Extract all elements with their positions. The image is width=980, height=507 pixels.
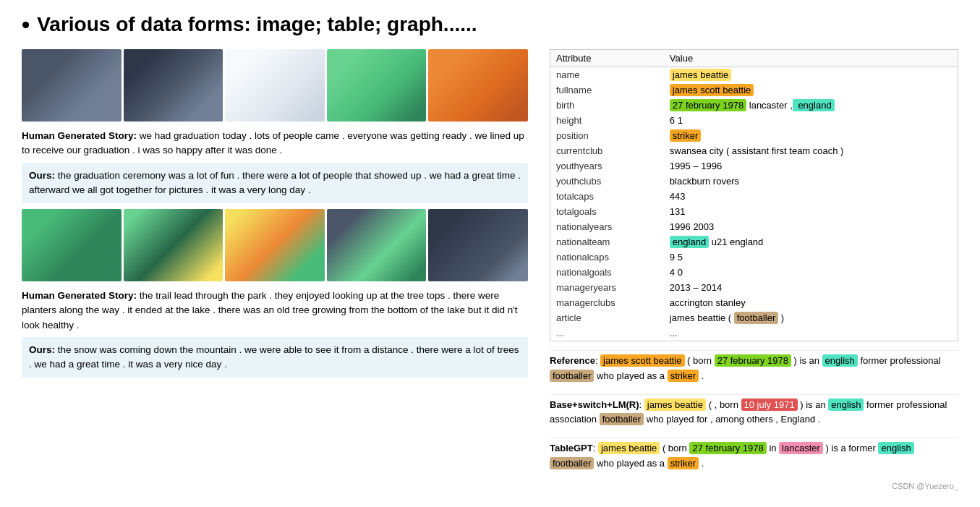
table-row: youthclubsblackburn rovers bbox=[550, 174, 958, 189]
table-cell-attr: totalgoals bbox=[550, 204, 664, 219]
table-cell-value: 443 bbox=[664, 189, 958, 204]
graduation-image-5 bbox=[428, 49, 528, 122]
text-span: ) is an bbox=[798, 399, 829, 410]
table-row: birth27 february 1978 lancaster , englan… bbox=[550, 98, 958, 113]
park-image-1 bbox=[22, 209, 122, 281]
highlight-span: 27 february 1978 bbox=[715, 354, 791, 367]
highlight-span: english bbox=[828, 399, 864, 411]
page: • Various of data forms: image; table; g… bbox=[0, 0, 980, 507]
table-row: nationalteamengland u21 england bbox=[550, 234, 958, 250]
highlight-span: 27 february 1978 bbox=[689, 442, 766, 454]
highlight-span: james scott beattie bbox=[670, 84, 754, 96]
graduation-image-row bbox=[22, 49, 528, 122]
table-row: youthyears1995 – 1996 bbox=[550, 158, 958, 174]
right-panel: Attribute Value namejames beattiefullnam… bbox=[550, 49, 958, 490]
table-row: nationalgoals4 0 bbox=[550, 265, 958, 280]
park-image-4 bbox=[327, 209, 427, 281]
base-block: Base+switch+LM(R): james beattie ( , bor… bbox=[550, 394, 958, 431]
table-row: nationalyears1996 2003 bbox=[550, 219, 958, 234]
table-cell-attr: fullname bbox=[550, 82, 664, 98]
text-span: : bbox=[593, 443, 598, 453]
story1-ours: Ours: the graduation ceremony was a lot … bbox=[22, 163, 528, 204]
graduation-image-2 bbox=[124, 49, 223, 122]
table-cell-value: ... bbox=[664, 325, 958, 341]
highlight-span: james beattie bbox=[670, 69, 731, 81]
table-row: managerclubsaccrington stanley bbox=[550, 295, 958, 310]
highlight-span: footballer bbox=[550, 370, 594, 382]
text-span: . bbox=[699, 370, 704, 381]
table-row: fullnamejames scott beattie bbox=[550, 82, 958, 98]
table-cell-attr: article bbox=[550, 310, 664, 325]
table-cell-attr: manageryears bbox=[550, 280, 664, 295]
table-cell-value: 6 1 bbox=[664, 113, 958, 128]
text-span: ( , born bbox=[706, 399, 741, 410]
table-row: positionstriker bbox=[550, 128, 958, 143]
table-cell-attr: managerclubs bbox=[550, 295, 664, 310]
reference-block: Reference: james scott beattie ( born 27… bbox=[550, 350, 958, 387]
table-cell-value: 1996 2003 bbox=[664, 219, 958, 234]
highlight-span: footballer bbox=[600, 413, 644, 425]
highlight-span: james beattie bbox=[598, 442, 660, 454]
story2-ours-text: the snow was coming down the mountain . … bbox=[29, 344, 519, 370]
watermark: CSDN @Yuezero_ bbox=[550, 482, 958, 490]
bullet-icon: • bbox=[22, 13, 30, 36]
table-cell-attr: height bbox=[550, 113, 664, 128]
text-span: ) bbox=[778, 312, 784, 323]
table-cell-value: blackburn rovers bbox=[664, 174, 958, 189]
table-row: totalgoals131 bbox=[550, 204, 958, 219]
table-cell-value: 4 0 bbox=[664, 265, 958, 280]
table-cell-value: accrington stanley bbox=[664, 295, 958, 310]
highlight-span: striker bbox=[668, 370, 699, 382]
table-row: ...... bbox=[550, 325, 958, 341]
story1-ours-text: the graduation ceremony was a lot of fun… bbox=[29, 170, 521, 195]
title-text: Various of data forms: image; table; gra… bbox=[37, 13, 477, 36]
story2-ours-label: Ours: bbox=[29, 344, 55, 355]
highlight-span: footballer bbox=[734, 312, 778, 324]
table-cell-value: 131 bbox=[664, 204, 958, 219]
col-attribute: Attribute bbox=[550, 50, 664, 67]
table-cell-attr: nationalcaps bbox=[550, 250, 664, 265]
park-image-5 bbox=[428, 209, 528, 281]
text-span: . bbox=[699, 458, 704, 469]
table-cell-attr: totalcaps bbox=[550, 189, 664, 204]
tablegpt-block: TableGPT: james beattie ( born 27 februa… bbox=[550, 438, 958, 474]
highlight-span: james beattie bbox=[644, 399, 706, 411]
text-span: lancaster bbox=[746, 100, 787, 111]
highlight-span: english bbox=[878, 442, 913, 454]
highlight-span: striker bbox=[670, 129, 701, 142]
highlight-span: 27 february 1978 bbox=[670, 99, 746, 111]
tablegpt-label: TableGPT bbox=[550, 443, 593, 453]
table-cell-attr: nationalgoals bbox=[550, 265, 664, 280]
col-value: Value bbox=[664, 50, 958, 67]
table-row: currentclubswansea city ( assistant firs… bbox=[550, 143, 958, 158]
graduation-image-1 bbox=[22, 49, 122, 122]
table-cell-attr: currentclub bbox=[550, 143, 664, 158]
table-cell-value: england u21 england bbox=[664, 234, 958, 250]
table-cell-value: james beattie ( footballer ) bbox=[664, 310, 958, 325]
table-cell-attr: youthclubs bbox=[550, 174, 664, 189]
text-span: former professional bbox=[858, 355, 941, 366]
table-cell-value: james beattie bbox=[664, 67, 958, 83]
table-row: nationalcaps9 5 bbox=[550, 250, 958, 265]
table-cell-value: swansea city ( assistant first team coac… bbox=[664, 143, 958, 158]
text-span: , bbox=[788, 100, 793, 111]
page-title: • Various of data forms: image; table; g… bbox=[22, 13, 958, 36]
table-cell-attr: ... bbox=[550, 325, 664, 341]
table-row: articlejames beattie ( footballer ) bbox=[550, 310, 958, 325]
highlight-span: footballer bbox=[550, 457, 594, 469]
table-row: totalcaps443 bbox=[550, 189, 958, 204]
text-span: who played as a bbox=[594, 370, 667, 381]
text-span: ) is an bbox=[791, 355, 822, 366]
table-cell-attr: nationalteam bbox=[550, 234, 664, 250]
left-panel: Human Generated Story: we had graduation… bbox=[22, 49, 528, 490]
story1-ours-label: Ours: bbox=[29, 170, 55, 181]
highlight-span: james scott beattie bbox=[600, 354, 684, 367]
story2-ours: Ours: the snow was coming down the mount… bbox=[22, 337, 528, 378]
highlight-span: england bbox=[670, 236, 709, 248]
park-image-3 bbox=[225, 209, 325, 281]
text-span: who played as a bbox=[594, 458, 667, 469]
text-span: who played for , among others , England … bbox=[644, 414, 820, 425]
table-cell-attr: nationalyears bbox=[550, 219, 664, 234]
highlight-span: lancaster bbox=[779, 442, 823, 454]
story2-human-label: Human Generated Story: bbox=[22, 290, 137, 301]
